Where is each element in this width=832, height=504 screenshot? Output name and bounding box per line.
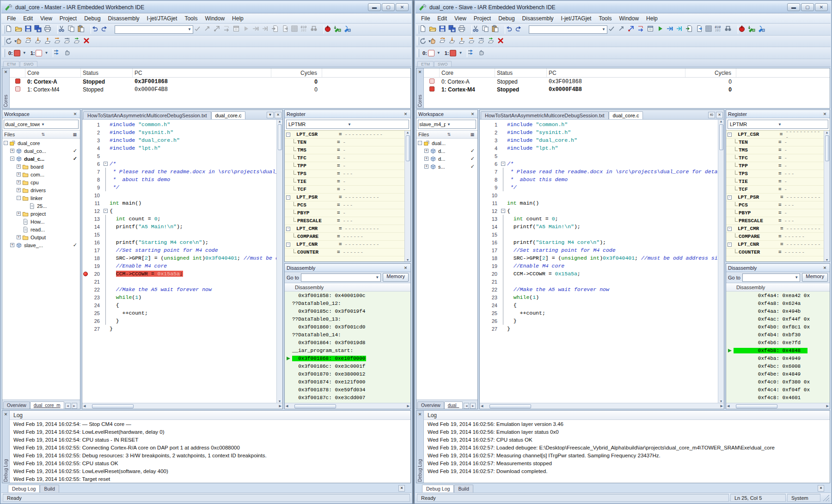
fold-margin[interactable] <box>500 128 506 136</box>
disassembly-row[interactable]: 0x3f00187c: 0xe3cdd007 <box>285 394 410 401</box>
workspace-config-select[interactable]: slave_m4_proxy - SRAM▼ <box>418 120 476 129</box>
disassembly-row[interactable]: 0xf4c8: 0x4601 <box>726 394 830 401</box>
title-bar[interactable]: dual_core - Master - IAR Embedded Workbe… <box>1 1 411 13</box>
disassembly-row[interactable]: ??DataTable0_14: <box>285 331 410 339</box>
breakpoint-margin[interactable] <box>82 122 89 127</box>
disassembly-row[interactable]: 0xf4aa: 0x494b <box>726 307 830 315</box>
sort-order-icon[interactable]: ⇅ <box>446 132 453 137</box>
fold-margin[interactable] <box>500 136 506 144</box>
editor-vscrollbar[interactable]: ▲▼ <box>718 120 724 403</box>
core-row[interactable]: 0: Cortex-A Stopped 0x3F001868 0 <box>10 78 410 85</box>
maximize-button[interactable]: ▢ <box>382 3 395 11</box>
fold-margin[interactable] <box>500 223 506 231</box>
bottom-tab[interactable]: Build <box>40 485 59 492</box>
files-column-header[interactable]: Files⇅▦ <box>2 130 80 139</box>
disassembly-row[interactable]: 0x3f001868: 0xe10f0000 <box>285 354 410 362</box>
core-row[interactable]: 0: Cortex-A Stopped 0x3F001868 0 <box>424 78 830 85</box>
disassembly-row[interactable]: ??DataTable0_12: <box>285 299 410 307</box>
breakpoint-margin[interactable] <box>82 248 89 253</box>
toolbar-button[interactable]: ▼ <box>79 25 89 34</box>
breakpoint-margin[interactable] <box>82 264 89 268</box>
tree-item[interactable]: + project ✓ <box>2 210 80 218</box>
fold-margin[interactable] <box>500 278 506 285</box>
register-group-select[interactable]: LPTMR▼ <box>286 120 409 129</box>
menu-item[interactable]: Debug <box>80 14 104 23</box>
tree-item[interactable]: + drivers ✓ <box>2 186 80 194</box>
editor-vscrollbar[interactable]: ▲▼ <box>276 120 282 403</box>
menu-item[interactable]: I-jet/JTAGjet <box>143 14 181 23</box>
breakpoint-margin[interactable] <box>82 279 89 284</box>
register-row[interactable]: - COUNTER = ------ <box>285 249 404 256</box>
breakpoint-margin[interactable] <box>82 170 89 174</box>
columns-icon[interactable]: ▦ <box>71 132 78 137</box>
editor-tab[interactable]: HowToStartAnAsymmetricMulticoreDebugSess… <box>83 111 211 119</box>
disassembly-hscrollbar[interactable]: ◀▶ <box>285 403 410 409</box>
register-row[interactable]: - LPT_PSR = ---------- <box>285 194 404 201</box>
toolbar-button[interactable]: ▼ <box>726 25 736 34</box>
fold-margin[interactable] <box>500 301 506 309</box>
register-row[interactable]: - PCS = --- <box>285 201 404 209</box>
breakpoint-margin[interactable] <box>82 130 89 135</box>
breakpoint-margin[interactable] <box>480 209 486 213</box>
trace-tab[interactable]: ETM <box>3 61 19 67</box>
breakpoint-margin[interactable] <box>480 193 486 198</box>
scroll-right-icon[interactable]: ▸ <box>72 403 77 409</box>
bottom-tab[interactable]: Debug Log <box>422 485 454 492</box>
editor-tab[interactable]: dual_core.c <box>609 111 643 119</box>
breakpoint-margin[interactable] <box>82 319 89 323</box>
close-icon[interactable]: ✕ <box>72 111 78 117</box>
disassembly-row[interactable]: 0x3f00186c: 0xe3c0001f <box>285 362 410 370</box>
maximize-button[interactable]: ▢ <box>801 3 814 11</box>
breakpoint-margin[interactable] <box>480 122 486 127</box>
workspace-tab[interactable]: Overview <box>417 401 444 409</box>
tree-item[interactable]: + d... ✓ <box>416 147 477 155</box>
tree-item[interactable]: - linker ✓ <box>2 194 80 202</box>
tree-item[interactable]: + slave_... ✓ <box>2 241 80 249</box>
toolbar-button[interactable]: ▼ <box>46 25 55 34</box>
breakpoint-margin[interactable] <box>82 303 89 308</box>
disassembly-row[interactable]: 0x3f00185c: 0x3f0019f4 <box>285 307 410 315</box>
fold-margin[interactable] <box>103 176 109 183</box>
workspace-tab[interactable]: Overview <box>3 401 30 409</box>
editor-hscrollbar[interactable]: ◀▶ <box>480 403 724 409</box>
core-stop-toggle[interactable]: 1:▼ <box>445 50 464 56</box>
fold-margin[interactable] <box>500 191 506 199</box>
title-bar[interactable]: dual_core - Slave - IAR Embedded Workben… <box>416 1 831 13</box>
fold-margin[interactable] <box>500 293 506 301</box>
register-row[interactable]: - LPT_CMR = ---------- <box>726 225 824 233</box>
menu-item[interactable]: Project <box>470 14 495 23</box>
toolbar-button[interactable]: ▼ <box>517 25 526 34</box>
tree-item[interactable]: + com... ✓ <box>2 170 80 178</box>
goto-address-combo[interactable]: ▼ <box>301 273 381 282</box>
tree-item[interactable]: - dual_core ✓ <box>2 139 80 147</box>
menu-item[interactable]: Tools <box>181 14 201 23</box>
breakpoint-margin[interactable] <box>82 287 89 292</box>
breakpoint-margin[interactable] <box>82 311 89 316</box>
breakpoint-margin[interactable] <box>82 232 89 237</box>
fold-margin[interactable] <box>500 285 506 293</box>
disassembly-row[interactable]: 0xf4c4: 0xf04f 0x <box>726 386 830 394</box>
quick-search-combo[interactable]: ▼ <box>115 25 193 34</box>
register-group-select[interactable]: LPTMR▼ <box>728 120 828 129</box>
disassembly-row[interactable]: 0xf4b8: 0x4848 <box>726 346 830 354</box>
toolbar-button[interactable]: ▼ <box>345 25 355 34</box>
fold-margin[interactable] <box>103 199 109 207</box>
fold-margin[interactable] <box>103 317 109 325</box>
editor-tab[interactable]: dual_core.c <box>211 111 246 119</box>
menu-item[interactable]: Help <box>228 14 247 23</box>
disassembly-row[interactable]: 0xf4ba: 0x4949 <box>726 354 830 362</box>
core-stop-toggle[interactable]: 0:▼ <box>422 50 442 56</box>
fold-margin[interactable] <box>500 144 506 152</box>
close-icon[interactable]: ✕ <box>818 485 824 492</box>
breakpoint-margin[interactable] <box>82 146 89 151</box>
toolbar-button[interactable]: ▼ <box>499 36 508 46</box>
breakpoint-margin[interactable] <box>480 170 486 174</box>
quick-search-combo[interactable]: ▼ <box>529 25 607 34</box>
breakpoint-margin[interactable] <box>82 295 89 300</box>
editor-tab[interactable]: HowToStartAnAsymmetricMulticoreDebugSess… <box>481 111 609 119</box>
close-button[interactable]: ✕ <box>396 3 409 11</box>
close-icon[interactable]: ✕ <box>3 412 9 417</box>
fold-margin[interactable] <box>103 121 109 128</box>
register-row[interactable]: - TPS = --- <box>285 170 404 178</box>
fold-margin[interactable] <box>500 317 506 325</box>
